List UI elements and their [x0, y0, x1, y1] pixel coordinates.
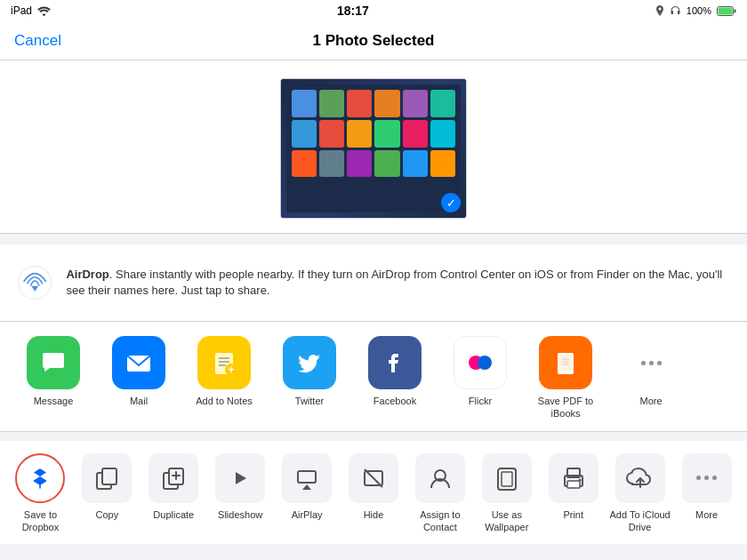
page-title: 1 Photo Selected [313, 32, 435, 50]
share-item-add-to-notes[interactable]: + Add to Notes [181, 336, 267, 407]
action-copy-label: Copy [96, 508, 119, 521]
message-icon [27, 336, 80, 389]
action-slideshow-label: Slideshow [218, 508, 262, 521]
share-item-mail[interactable]: Mail [96, 336, 181, 407]
share-item-message[interactable]: Message [11, 336, 96, 407]
battery-text: 100% [687, 5, 711, 16]
action-item-assign-to-contact[interactable]: Assign to Contact [406, 453, 473, 534]
hide-icon [349, 453, 398, 503]
share-mail-label: Mail [130, 395, 148, 407]
action-save-to-dropbox-label: Save to Dropbox [7, 508, 74, 534]
dropbox-icon [15, 453, 65, 503]
nav-bar: Cancel 1 Photo Selected [0, 21, 747, 60]
action-item-copy[interactable]: Copy [74, 453, 141, 521]
status-right: 100% [655, 5, 736, 16]
photo-preview-area: ✓ [0, 60, 747, 234]
share-more-label: More [639, 395, 662, 407]
svg-marker-26 [302, 484, 311, 490]
svg-rect-19 [102, 468, 116, 484]
action-use-as-wallpaper-label: Use as Wallpaper [473, 508, 540, 534]
cancel-button[interactable]: Cancel [14, 32, 61, 50]
share-add-to-notes-label: Add to Notes [196, 395, 253, 407]
airplay-icon [282, 453, 332, 503]
svg-text:+: + [228, 364, 234, 376]
share-message-label: Message [34, 395, 74, 407]
action-item-print[interactable]: Print [540, 453, 606, 521]
share-item-flickr[interactable]: Flickr [438, 336, 523, 407]
share-item-twitter[interactable]: Twitter [267, 336, 352, 407]
notes-icon: + [197, 336, 251, 389]
share-flickr-label: Flickr [469, 395, 492, 407]
airdrop-section: AirDrop. Share instantly with people nea… [0, 244, 747, 322]
selected-checkmark: ✓ [441, 193, 461, 212]
photo-thumbnail: ✓ [280, 78, 467, 219]
share-row: Message Mail + Add to Notes [0, 322, 747, 432]
action-more-icon [682, 453, 732, 503]
share-item-save-pdf-ibooks[interactable]: Save PDF to iBooks [523, 336, 608, 420]
action-row: Save to Dropbox Copy Duplicate [0, 441, 747, 545]
share-more-icon [624, 336, 678, 389]
use-as-wallpaper-icon [482, 453, 532, 503]
svg-point-3 [19, 267, 52, 300]
svg-rect-25 [298, 471, 316, 483]
headphones-icon [670, 5, 681, 16]
share-facebook-label: Facebook [374, 395, 416, 407]
svg-rect-2 [734, 9, 735, 12]
svg-rect-14 [559, 355, 572, 371]
action-item-use-as-wallpaper[interactable]: Use as Wallpaper [473, 453, 540, 534]
duplicate-icon [149, 453, 198, 503]
share-item-more[interactable]: More [608, 336, 694, 407]
ibooks-icon [539, 336, 592, 389]
action-print-label: Print [563, 508, 583, 521]
slideshow-icon [215, 453, 265, 503]
status-time: 18:17 [337, 4, 369, 18]
action-assign-to-contact-label: Assign to Contact [406, 508, 473, 534]
action-item-add-to-icloud-drive[interactable]: Add To iCloud Drive [606, 453, 673, 534]
battery-icon [717, 6, 736, 16]
status-bar: iPad 18:17 100% [0, 0, 747, 21]
svg-point-12 [478, 356, 492, 370]
svg-marker-24 [236, 472, 246, 484]
share-item-facebook[interactable]: Facebook [352, 336, 438, 407]
action-add-to-icloud-drive-label: Add To iCloud Drive [606, 508, 673, 534]
action-item-airplay[interactable]: AirPlay [274, 453, 341, 521]
flickr-icon [454, 336, 507, 389]
action-item-hide[interactable]: Hide [341, 453, 407, 521]
action-duplicate-label: Duplicate [153, 508, 194, 521]
status-left: iPad [11, 4, 51, 17]
icloud-drive-icon [615, 453, 665, 503]
svg-point-35 [578, 478, 581, 481]
print-icon [549, 453, 598, 503]
airdrop-icon [18, 260, 52, 305]
airdrop-bold-label: AirDrop [66, 268, 108, 281]
assign-to-contact-icon [415, 453, 465, 503]
wifi-icon [37, 6, 51, 16]
action-more-label: More [695, 508, 718, 521]
copy-icon [82, 453, 132, 503]
action-airplay-label: AirPlay [292, 508, 323, 521]
mail-icon [112, 336, 165, 389]
twitter-icon [283, 336, 336, 389]
action-item-slideshow[interactable]: Slideshow [207, 453, 274, 521]
share-twitter-label: Twitter [295, 395, 324, 407]
airdrop-description: AirDrop. Share instantly with people nea… [66, 267, 729, 299]
action-item-more[interactable]: More [673, 453, 740, 521]
share-save-pdf-ibooks-label: Save PDF to iBooks [523, 395, 608, 420]
device-label: iPad [11, 4, 32, 17]
svg-rect-31 [502, 472, 512, 486]
location-icon [655, 5, 664, 16]
action-item-save-to-dropbox[interactable]: Save to Dropbox [7, 453, 74, 534]
action-item-duplicate[interactable]: Duplicate [141, 453, 207, 521]
svg-rect-1 [718, 7, 732, 14]
facebook-icon [368, 336, 422, 389]
svg-rect-34 [567, 481, 580, 488]
action-hide-label: Hide [364, 508, 384, 521]
